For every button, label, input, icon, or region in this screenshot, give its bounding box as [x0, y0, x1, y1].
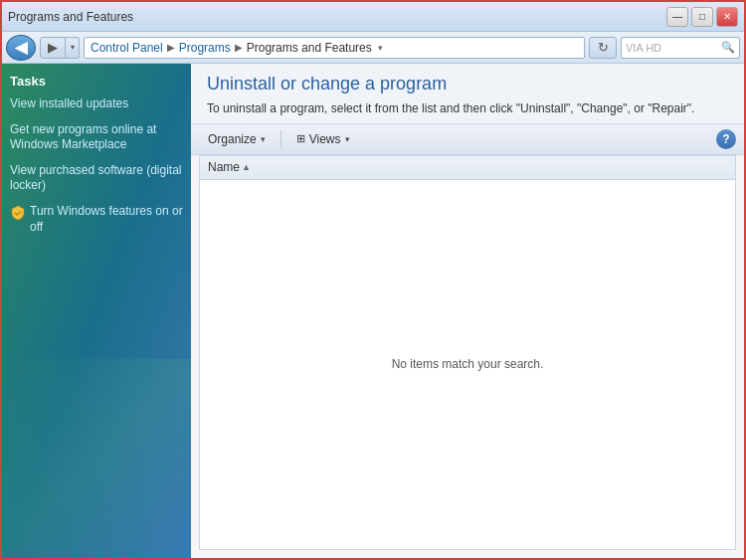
views-button[interactable]: ⊞ Views ▾ — [287, 128, 359, 150]
forward-icon: ▶ — [48, 40, 58, 55]
toolbar: Organize ▾ ⊞ Views ▾ ? — [191, 123, 744, 155]
list-body: No items match your search. — [200, 180, 735, 549]
organize-button[interactable]: Organize ▾ — [199, 128, 275, 150]
main-content: Tasks View installed updates Get new pro… — [2, 64, 744, 558]
column-name-header[interactable]: Name ▲ — [208, 160, 251, 174]
refresh-icon: ↻ — [598, 40, 609, 55]
sep-2: ▶ — [235, 42, 243, 53]
sidebar-link-digital-locker[interactable]: View purchased software (digital locker) — [10, 163, 183, 194]
refresh-button[interactable]: ↻ — [589, 37, 617, 59]
close-button[interactable]: ✕ — [716, 7, 738, 27]
forward-button[interactable]: ▶ — [40, 37, 66, 59]
sep-1: ▶ — [167, 42, 175, 53]
forward-button-group: ▶ ▾ — [40, 37, 80, 59]
toolbar-separator-1 — [280, 130, 281, 148]
tasks-label: Tasks — [10, 74, 183, 89]
help-icon: ? — [722, 132, 729, 146]
sidebar: Tasks View installed updates Get new pro… — [2, 64, 191, 558]
sidebar-link-windows-marketplace[interactable]: Get new programs online at Windows Marke… — [10, 122, 183, 153]
window-frame: Programs and Features — □ ✕ ◀ ▶ ▾ Contro… — [0, 0, 746, 560]
shield-icon — [10, 205, 26, 221]
sidebar-link-installed-updates[interactable]: View installed updates — [10, 96, 183, 112]
right-panel: Uninstall or change a program To uninsta… — [191, 64, 744, 558]
views-icon: ⊞ — [296, 132, 305, 145]
back-button[interactable]: ◀ — [6, 35, 36, 61]
breadcrumb-cp[interactable]: Control Panel — [91, 41, 163, 55]
window-title: Programs and Features — [8, 10, 133, 24]
history-dropdown-button[interactable]: ▾ — [66, 37, 80, 59]
panel-title: Uninstall or change a program — [207, 74, 728, 94]
address-bar: ◀ ▶ ▾ Control Panel ▶ Programs ▶ Program… — [2, 32, 744, 64]
sidebar-link-windows-features[interactable]: Turn Windows features on or off — [10, 204, 183, 235]
search-box[interactable]: VIA HD 🔍 — [621, 37, 740, 59]
column-name-label: Name — [208, 160, 240, 174]
search-icon: 🔍 — [721, 41, 735, 54]
title-bar-controls: — □ ✕ — [666, 7, 738, 27]
programs-list: Name ▲ No items match your search. — [199, 155, 736, 550]
maximize-button[interactable]: □ — [691, 7, 713, 27]
back-icon: ◀ — [15, 38, 27, 57]
address-path[interactable]: Control Panel ▶ Programs ▶ Programs and … — [84, 37, 585, 59]
address-dropdown-arrow[interactable]: ▾ — [378, 43, 383, 53]
panel-subtitle: To uninstall a program, select it from t… — [207, 100, 728, 117]
title-bar: Programs and Features — □ ✕ — [2, 2, 744, 32]
help-button[interactable]: ? — [716, 129, 736, 149]
list-header: Name ▲ — [200, 156, 735, 180]
history-dropdown-icon: ▾ — [71, 43, 75, 52]
organize-label: Organize — [208, 132, 257, 146]
views-label: Views — [309, 132, 341, 146]
sort-indicator: ▲ — [242, 162, 251, 172]
breadcrumb-current: Programs and Features — [247, 41, 372, 55]
views-chevron: ▾ — [345, 134, 350, 144]
search-box-text: VIA HD — [626, 42, 661, 54]
organize-chevron: ▾ — [261, 134, 266, 144]
breadcrumb-programs[interactable]: Programs — [179, 41, 231, 55]
panel-header: Uninstall or change a program To uninsta… — [191, 64, 744, 123]
title-bar-left: Programs and Features — [8, 10, 133, 24]
empty-message: No items match your search. — [392, 357, 544, 371]
windows-features-text: Turn Windows features on or off — [30, 204, 183, 235]
minimize-button[interactable]: — — [666, 7, 688, 27]
